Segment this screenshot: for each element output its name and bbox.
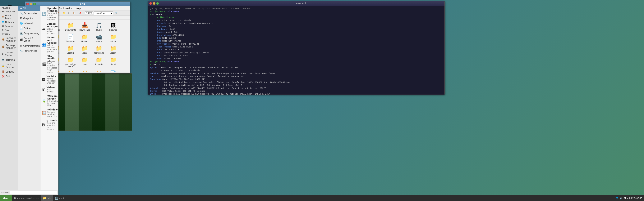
file-item-bash_logout[interactable]: 📄.bash_logout xyxy=(106,69,120,72)
home-place-label: Home Folder xyxy=(5,14,17,19)
sys-logout[interactable]: 🚪 Logout xyxy=(0,69,18,74)
maximize-button[interactable] xyxy=(33,3,36,5)
file-item-dbus[interactable]: 📁.dbus xyxy=(78,44,92,55)
file-item-Videos[interactable]: 📹Videos xyxy=(92,33,106,43)
file-item-Downloads[interactable]: 📥Downloads xyxy=(78,21,92,32)
cat-preferences-icon: 🔧 xyxy=(20,50,23,52)
app-gthumb[interactable]: 🖼 gThumb View and organize your images xyxy=(40,118,58,131)
place-home[interactable]: 🏠 Home Folder xyxy=(0,13,18,20)
windows-info: Windows Set your window properties xyxy=(47,108,58,117)
app-users-groups[interactable]: 👥 Users and Groups Add or remove users a… xyxy=(40,35,58,54)
terminal-line-12: DE: MATE 1.10.0 xyxy=(150,37,442,40)
file-icon: 📁 xyxy=(67,22,74,28)
terminal-content[interactable]: [oh-my-zsh] Random theme '/home/erik/.oh… xyxy=(148,6,444,95)
cut-button[interactable]: ✂ xyxy=(67,11,71,15)
file-item-linuxmint[interactable]: 📁.linuxmint xyxy=(92,56,106,68)
cat-office[interactable]: 📄 Office xyxy=(18,26,40,31)
terminal-minimize-button[interactable] xyxy=(153,2,156,5)
photo-bar-5 xyxy=(78,73,92,131)
cat-office-icon: 📄 xyxy=(20,27,23,30)
sys-quit[interactable]: ❌ Quit xyxy=(0,74,18,79)
terminal-line-14: GTK Theme: 'Vertex-Dark' [GTK2/3] xyxy=(150,43,442,45)
copy-button[interactable]: 📋 xyxy=(72,11,77,15)
trash-place-label: Trash xyxy=(4,29,10,31)
file-icon: 📁 xyxy=(82,45,88,51)
file-item-Upload[interactable]: 📁Upload xyxy=(78,33,92,43)
file-item-fontconfig[interactable]: 📁.fontconfig xyxy=(92,44,106,55)
app-variety[interactable]: 🖼 Variety Variety Wallpaper Changer xyxy=(40,74,58,85)
sys-package-manager[interactable]: 📦 Package Manager xyxy=(0,43,18,50)
sys-lock-screen[interactable]: 🔒 Lock Screen xyxy=(0,62,18,69)
search-button[interactable]: 🔍 xyxy=(114,11,119,15)
file-item-Music[interactable]: 🎵Music xyxy=(92,21,106,32)
close-button[interactable] xyxy=(26,3,29,5)
videos-desc: Play movies xyxy=(46,89,57,93)
search-input[interactable] xyxy=(10,191,57,194)
terminal-icon: 💻 xyxy=(2,59,4,61)
file-item-Documents[interactable]: 📁Documents xyxy=(64,21,77,32)
menu-help[interactable]: Help xyxy=(75,7,82,10)
taskbar-item-erik[interactable]: 📁 erik xyxy=(41,195,53,201)
paste-button[interactable]: 📌 xyxy=(78,11,82,15)
upload-manager-icon: ☁ xyxy=(42,26,46,30)
place-computer[interactable]: 🖥 Computer xyxy=(0,9,18,13)
logout-label: Logout xyxy=(6,70,14,73)
cat-preferences[interactable]: 🔧 Preferences xyxy=(18,48,40,53)
software-manager-label: Software Manager xyxy=(6,37,17,42)
terminal-label: Terminal xyxy=(6,59,16,61)
welcome-screen-icon: 🍃 xyxy=(42,99,46,103)
taskbar-item-google[interactable]: 🖥 google, google chr... xyxy=(12,195,41,201)
place-desktop[interactable]: 🖥 Desktop xyxy=(0,24,18,28)
view-selector[interactable]: Icon View List View Compact View xyxy=(94,11,113,15)
file-item-gconf[interactable]: 📁.gconf xyxy=(106,44,120,55)
app-update-manager[interactable]: 🔄 Update Manager Show and install availa… xyxy=(40,6,58,22)
file-item-mozilla[interactable]: 📁.mozilla xyxy=(64,69,77,72)
file-item-icons[interactable]: 📁.icons xyxy=(78,56,92,68)
terminal-line-8: Uptime: 18m xyxy=(150,25,442,28)
cat-administration[interactable]: ⚙ Administration xyxy=(18,43,40,48)
cat-all[interactable]: ⊞ All xyxy=(18,6,40,11)
cat-office-label: Office xyxy=(24,27,30,30)
variety-icon: 🖼 xyxy=(42,77,46,82)
menu-bookmarks[interactable]: Bookmarks xyxy=(58,7,72,10)
terminal-titlebar: scrot -d5 xyxy=(148,1,444,6)
file-item-themes[interactable]: 📁.themes xyxy=(92,69,106,72)
place-network[interactable]: 🌐 Network xyxy=(0,20,18,24)
new-folder-button[interactable]: 📁 xyxy=(61,11,66,15)
file-item-local[interactable]: 📁.local xyxy=(106,56,120,68)
app-welcome-screen[interactable]: 🍃 Welcome Screen Introduction to Linux M… xyxy=(40,94,58,107)
sys-software-manager[interactable]: 📦 Software Manager xyxy=(0,36,18,43)
menu-button[interactable]: Menu xyxy=(0,195,12,201)
app-upload-manager[interactable]: ☁ Upload Manager Online upload services xyxy=(40,22,58,35)
file-item-gnome2_private[interactable]: 📁.gnome2_private xyxy=(64,56,77,68)
cat-sound-video[interactable]: 🎬 Sound & Video xyxy=(18,36,40,43)
file-item-config[interactable]: 📁.config xyxy=(64,44,77,55)
file-item-Pictures[interactable]: 🖼Pictures xyxy=(106,21,120,32)
terminal-maximize-button[interactable] xyxy=(156,2,159,5)
app-videos[interactable]: 📽 Videos Play movies xyxy=(40,85,58,94)
quit-label: Quit xyxy=(6,75,10,78)
sys-terminal[interactable]: 💻 Terminal xyxy=(0,58,18,62)
file-item-adobe[interactable]: 📁.adobe xyxy=(106,33,120,43)
place-trash[interactable]: 🗑 Trash xyxy=(0,28,18,32)
minimize-button[interactable] xyxy=(30,3,32,5)
taskbar-item-scrot[interactable]: 💻 scrot xyxy=(53,195,66,201)
variety-desc: Variety Wallpaper Changer xyxy=(46,78,57,84)
cat-accessories-label: Accessories xyxy=(24,12,37,15)
photo-bar-8 xyxy=(119,73,132,131)
file-icon: 📁 xyxy=(110,57,116,63)
upload-manager-desc: Online upload services xyxy=(46,28,58,34)
file-item-Templates[interactable]: 📄Templates xyxy=(64,33,77,43)
cat-programming[interactable]: 💻 Programming xyxy=(18,31,40,36)
terminal-line-5: erik@erik-P5Q xyxy=(150,16,442,19)
sys-control-center[interactable]: ⚙ Control Center xyxy=(0,50,18,58)
gthumb-name: gThumb xyxy=(46,119,57,122)
cat-graphics[interactable]: 🖼 Graphics xyxy=(18,16,40,21)
cat-accessories[interactable]: 🔧 Accessories xyxy=(18,11,40,16)
app-vlc[interactable]: 🎬 VLC media player Read, capture, broadc… xyxy=(40,54,58,74)
cat-internet[interactable]: 🌐 Internet xyxy=(18,21,40,26)
file-item-oh-my-zsh[interactable]: 📁.oh-my-zsh xyxy=(78,69,92,72)
app-windows[interactable]: 🪟 Windows Set your window properties xyxy=(40,107,58,118)
terminal-close-button[interactable] xyxy=(149,2,152,5)
file-label: .gconf xyxy=(107,52,119,54)
